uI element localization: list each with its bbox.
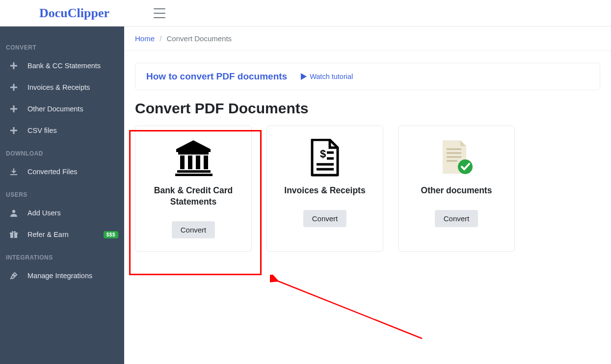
banner-title: How to convert PDF documents bbox=[146, 71, 287, 82]
breadcrumb-separator: / bbox=[159, 34, 161, 43]
plug-icon bbox=[9, 272, 19, 280]
user-icon bbox=[9, 209, 19, 217]
top-bar: DocuClipper bbox=[0, 0, 611, 26]
sidebar-item-other-docs[interactable]: Other Documents bbox=[0, 98, 124, 120]
sidebar-header-integrations: INTEGRATIONS bbox=[0, 245, 124, 265]
sidebar-item-label: Invoices & Receipts bbox=[27, 83, 90, 91]
page-title: Convert PDF Documents bbox=[135, 100, 611, 117]
sidebar-item-label: Refer & Earn bbox=[27, 231, 69, 238]
bank-icon bbox=[141, 137, 245, 179]
plus-icon bbox=[9, 127, 19, 134]
sidebar-item-label: CSV files bbox=[27, 127, 57, 134]
plus-icon bbox=[9, 62, 19, 69]
watch-tutorial-label: Watch tutorial bbox=[310, 73, 353, 80]
card-other-docs: Other documents Convert bbox=[398, 126, 515, 252]
svg-rect-10 bbox=[175, 174, 213, 176]
sidebar-item-bank-cc[interactable]: Bank & CC Statements bbox=[0, 55, 124, 77]
svg-rect-6 bbox=[188, 156, 192, 169]
card-title: Invoices & Receipts bbox=[273, 185, 377, 196]
svg-rect-9 bbox=[177, 170, 211, 173]
sidebar-item-label: Manage Integrations bbox=[27, 272, 92, 280]
sidebar-header-download: DOWNLOAD bbox=[0, 141, 124, 161]
svg-rect-5 bbox=[180, 156, 185, 169]
sidebar-header-users: USERS bbox=[0, 182, 124, 202]
svg-rect-7 bbox=[196, 156, 200, 169]
sidebar-item-label: Converted Files bbox=[27, 168, 78, 176]
card-invoices: $ Invoices & Receipts Convert bbox=[266, 126, 383, 252]
card-title: Bank & Credit Card Statements bbox=[141, 185, 245, 208]
sidebar-item-converted-files[interactable]: Converted Files bbox=[0, 161, 124, 182]
card-bank-statements: Bank & Credit Card Statements Convert bbox=[135, 126, 252, 252]
sidebar-item-add-users[interactable]: Add Users bbox=[0, 202, 124, 224]
info-banner: How to convert PDF documents Watch tutor… bbox=[135, 63, 600, 90]
invoice-icon: $ bbox=[273, 137, 377, 179]
main-content: Home / Convert Documents How to convert … bbox=[124, 26, 611, 364]
svg-rect-4 bbox=[178, 152, 209, 155]
convert-button[interactable]: Convert bbox=[303, 210, 347, 227]
breadcrumb-current: Convert Documents bbox=[167, 34, 232, 43]
plus-icon bbox=[9, 84, 19, 91]
svg-rect-8 bbox=[204, 156, 208, 169]
play-icon bbox=[301, 73, 307, 80]
money-badge: $$$ bbox=[104, 231, 118, 238]
sidebar-item-label: Bank & CC Statements bbox=[27, 62, 101, 70]
sidebar-item-invoices[interactable]: Invoices & Receipts bbox=[0, 77, 124, 98]
card-title: Other documents bbox=[404, 185, 508, 196]
gift-icon bbox=[9, 231, 19, 238]
svg-text:$: $ bbox=[320, 148, 326, 160]
convert-button[interactable]: Convert bbox=[172, 221, 215, 238]
plus-icon bbox=[9, 105, 19, 112]
watch-tutorial-link[interactable]: Watch tutorial bbox=[301, 73, 353, 80]
svg-point-0 bbox=[12, 210, 15, 213]
convert-button[interactable]: Convert bbox=[435, 210, 478, 227]
sidebar-item-refer-earn[interactable]: Refer & Earn $$$ bbox=[0, 224, 124, 245]
download-icon bbox=[9, 168, 19, 176]
hamburger-menu-icon[interactable] bbox=[154, 8, 165, 18]
sidebar: CONVERT Bank & CC Statements Invoices & … bbox=[0, 26, 124, 364]
breadcrumb: Home / Convert Documents bbox=[124, 26, 611, 51]
document-check-icon bbox=[404, 137, 508, 179]
breadcrumb-home-link[interactable]: Home bbox=[135, 34, 155, 43]
sidebar-item-label: Add Users bbox=[27, 209, 61, 217]
app-logo: DocuClipper bbox=[39, 6, 109, 21]
sidebar-header-convert: CONVERT bbox=[0, 35, 124, 55]
svg-rect-3 bbox=[13, 233, 14, 238]
sidebar-item-label: Other Documents bbox=[27, 105, 83, 113]
sidebar-item-csv[interactable]: CSV files bbox=[0, 120, 124, 141]
sidebar-item-manage-integrations[interactable]: Manage Integrations bbox=[0, 265, 124, 286]
cards-row: Bank & Credit Card Statements Convert $ … bbox=[124, 126, 611, 252]
